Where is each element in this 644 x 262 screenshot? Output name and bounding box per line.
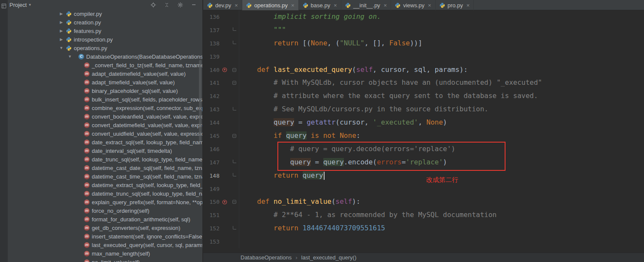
tree-item[interactable]: mbinary_placeholder_sql(self, value) [8,86,202,95]
tree-item[interactable]: mdatetime_cast_time_sql(self, field_name… [8,172,202,181]
expanded-arrow-icon[interactable]: ▼ [59,46,64,50]
tree-item[interactable]: madapt_datetimefield_value(self, value) [8,69,202,78]
tree-item[interactable]: ▶introspection.py [8,35,202,44]
tree-item[interactable]: mconvert_datetimefield_value(self, value… [8,121,202,129]
tab-pro.py[interactable]: pro.py× [436,0,474,10]
tab-__init__.py[interactable]: __init__.py× [341,0,391,10]
fold-marker[interactable] [230,81,239,85]
fold-marker[interactable] [230,228,239,229]
code-line[interactable]: 137 """ [203,24,644,37]
tree-item[interactable]: mdate_interval_sql(self, timedelta) [8,146,202,155]
project-stripe-icon[interactable] [1,3,6,10]
code-text[interactable]: return 18446744073709551615 [239,222,385,235]
tree-item[interactable]: madapt_timefield_value(self, value) [8,78,202,86]
code-text[interactable]: # See MySQLdb/cursors.py in the source d… [239,103,488,116]
code-text[interactable]: # attribute where the exact query sent t… [239,89,538,103]
overriding-method-icon[interactable] [220,67,230,72]
fold-marker[interactable] [230,161,239,163]
fold-marker[interactable] [230,68,239,72]
code-line[interactable]: 151 # 2**64 - 1, as recommended by the M… [203,208,644,222]
code-line[interactable]: 148 return query [203,169,644,182]
tree-item[interactable]: ▶creation.py [8,18,202,27]
code-line[interactable]: 139 [203,50,644,63]
code-line[interactable]: 145 if query is not None: [203,129,644,143]
tree-item[interactable]: m_convert_field_to_tz(self, field_name, … [8,61,202,69]
close-icon[interactable]: × [384,3,387,8]
fold-marker[interactable] [230,109,239,110]
code-line[interactable]: 149 [203,182,644,196]
editor[interactable]: 改成第二行 136 implicit sorting going on.137 … [203,10,644,253]
code-line[interactable]: 138 return [(None, ("NULL", [], False))] [203,37,644,50]
fold-marker[interactable] [230,29,239,31]
fold-marker[interactable] [230,134,239,138]
tool-window-stripe[interactable] [0,0,8,262]
tree-item[interactable]: mconvert_uuidfield_value(self, value, ex… [8,129,202,138]
code-line[interactable]: 150 def no_limit_value(self): [203,195,644,208]
collapsed-arrow-icon[interactable]: ▶ [59,20,64,24]
close-icon[interactable]: × [428,3,431,8]
code-text[interactable]: # With MySQLdb, cursor objects have an (… [239,76,542,89]
close-icon[interactable]: × [291,3,295,8]
tree-item[interactable]: mdate_extract_sql(self, lookup_type, fie… [8,138,202,146]
tree-item[interactable]: mconvert_booleanfield_value(self, value,… [8,112,202,121]
code-line[interactable]: 144 query = getattr(cursor, '_executed',… [203,116,644,129]
tree-item[interactable]: mdatetime_extract_sql(self, lookup_type,… [8,181,202,189]
code-text[interactable]: implicit sorting going on. [239,10,381,24]
code-text[interactable]: """ [239,24,286,37]
collapsed-arrow-icon[interactable]: ▶ [59,12,64,16]
code-line[interactable]: 136 implicit sorting going on. [203,10,644,24]
tree-item[interactable]: mlast_executed_query(self, cursor, sql, … [8,241,202,249]
tree-item[interactable]: mbulk_insert_sql(self, fields, placehold… [8,95,202,104]
collapse-all-icon[interactable] [164,2,169,8]
code-line[interactable]: 141 # With MySQLdb, cursor objects have … [203,76,644,89]
settings-icon[interactable] [178,2,183,8]
tree-item[interactable]: ▼CDatabaseOperations(BaseDatabaseOperati… [8,52,202,61]
code-text[interactable] [239,50,241,63]
breadcrumb-item[interactable]: last_executed_query() [301,254,357,261]
hide-panel-icon[interactable] [191,2,196,7]
tree-item[interactable]: minsert_statement(self, ignore_conflicts… [8,232,202,241]
tree-item[interactable]: mmax_name_length(self) [8,249,202,258]
close-icon[interactable]: × [466,3,470,8]
tree-item[interactable]: ▼operations.py [8,44,202,52]
tree-item[interactable]: mno_limit_value(self) [8,258,202,262]
tree-item[interactable]: ▶compiler.py [8,9,202,18]
collapsed-arrow-icon[interactable]: ▶ [59,37,64,42]
project-title-dropdown[interactable]: Project ▾ [9,2,31,8]
overriding-method-icon[interactable] [220,199,230,205]
code-line[interactable]: 140 def last_executed_query(self, cursor… [203,63,644,77]
tab-operations.py[interactable]: operations.py× [242,0,299,10]
locate-icon[interactable] [150,2,156,8]
close-icon[interactable]: × [235,3,238,8]
code-text[interactable]: return [(None, ("NULL", [], False))] [239,37,422,50]
code-text[interactable]: def no_limit_value(self): [239,195,360,208]
tree-item[interactable]: mformat_for_duration_arithmetic(self, sq… [8,215,202,223]
tree-item[interactable]: ▶features.py [8,27,202,35]
tree-item[interactable]: mforce_no_ordering(self) [8,206,202,215]
code-text[interactable]: def last_executed_query(self, cursor, sq… [239,63,468,77]
code-line[interactable]: 152 return 18446744073709551615 [203,222,644,235]
expanded-arrow-icon[interactable]: ▼ [67,54,72,59]
tree-item[interactable]: mcombine_expression(self, connector, sub… [8,104,202,112]
tree-item[interactable]: mdatetime_cast_date_sql(self, field_name… [8,164,202,172]
tab-base.py[interactable]: base.py× [299,0,341,10]
tree-item[interactable]: mdate_trunc_sql(self, lookup_type, field… [8,155,202,164]
code-line[interactable]: 153 [203,235,644,248]
collapsed-arrow-icon[interactable]: ▶ [59,29,64,33]
fold-marker[interactable] [230,175,239,176]
tab-views.py[interactable]: views.py× [391,0,435,10]
code-text[interactable]: # 2**64 - 1, as recommended by the MySQL… [239,208,497,222]
tab-dev.py[interactable]: dev.py× [203,0,242,10]
tree-item[interactable]: mexplain_query_prefix(self, format=None,… [8,198,202,206]
code-line[interactable]: 143 # See MySQLdb/cursors.py in the sour… [203,103,644,116]
code-text[interactable]: query = getattr(cursor, '_executed', Non… [239,116,447,129]
code-text[interactable] [239,235,241,248]
tree-scrollbar[interactable] [199,60,202,141]
code-line[interactable]: 142 # attribute where the exact query se… [203,89,644,103]
fold-marker[interactable] [230,200,239,204]
fold-marker[interactable] [230,42,239,44]
code-text[interactable]: if query is not None: [239,129,360,143]
code-text[interactable]: return query [239,169,325,182]
close-icon[interactable]: × [334,3,337,8]
breadcrumb-item[interactable]: DatabaseOperations [241,254,292,261]
